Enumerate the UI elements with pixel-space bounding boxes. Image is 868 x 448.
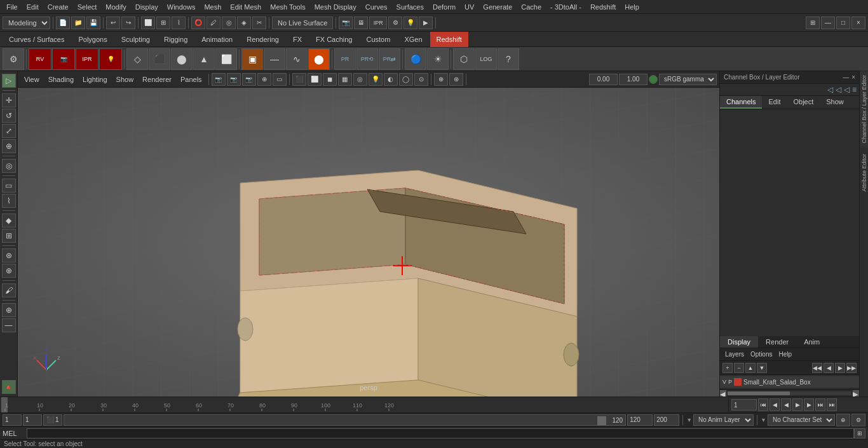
camera-btn[interactable]: 📷 bbox=[339, 17, 353, 29]
vp-menu-shading[interactable]: Shading bbox=[44, 74, 78, 85]
layer-prev-btn[interactable]: ◀◀ bbox=[812, 363, 822, 373]
multi-cut-btn[interactable]: ✂ bbox=[252, 17, 266, 29]
menu-uv[interactable]: UV bbox=[461, 2, 478, 12]
shelf-tab-rendering[interactable]: Rendering bbox=[240, 32, 285, 47]
last-tool-btn[interactable]: ⊕ bbox=[2, 139, 16, 153]
rs-shelf-plane[interactable]: ⬜ bbox=[215, 48, 237, 70]
ch-tab-show[interactable]: Show bbox=[820, 96, 850, 109]
shelf-settings-icon[interactable]: ⚙ bbox=[3, 48, 24, 70]
undo-btn[interactable]: ↩ bbox=[106, 17, 120, 29]
vtab-channel-box[interactable]: Channel Box / Layer Editor bbox=[860, 71, 868, 147]
menu-mesh-display[interactable]: Mesh Display bbox=[311, 2, 360, 12]
vp-menu-renderer[interactable]: Renderer bbox=[139, 74, 175, 85]
sym-select-btn[interactable]: ◈ bbox=[237, 17, 251, 29]
rp-icon1[interactable]: ◁ bbox=[827, 85, 833, 94]
vp-shadow-btn[interactable]: ◐ bbox=[384, 73, 398, 86]
render-view-btn[interactable]: 🖥 bbox=[354, 17, 368, 29]
rp-minimize-btn[interactable]: — bbox=[843, 74, 849, 81]
vp-ao-btn[interactable]: ◯ bbox=[399, 73, 413, 86]
ch-tab-channels[interactable]: Channels bbox=[720, 96, 762, 109]
select-tool-btn[interactable]: ▷ bbox=[2, 74, 16, 88]
menu-mesh-tools[interactable]: Mesh Tools bbox=[266, 2, 309, 12]
lasso-select-btn[interactable]: ⌇ bbox=[2, 194, 16, 208]
anim-layer-select[interactable]: No Anim Layer bbox=[693, 414, 754, 426]
rs-shelf-box2[interactable]: ▣ bbox=[241, 48, 263, 70]
rs-shelf-cam[interactable]: 📷 bbox=[52, 48, 75, 70]
rp-close-btn[interactable]: × bbox=[851, 74, 855, 81]
menu-3dtoall[interactable]: - 3DtoAll - bbox=[546, 2, 585, 12]
rs-shelf-help[interactable]: ? bbox=[498, 48, 519, 70]
ch-tab-object[interactable]: Object bbox=[787, 96, 820, 109]
light-editor-btn[interactable]: 💡 bbox=[403, 17, 417, 29]
dra-tab-render[interactable]: Render bbox=[758, 336, 796, 348]
play-back-btn[interactable]: ◀ bbox=[781, 398, 791, 411]
rs-shelf-sun[interactable]: ☀ bbox=[427, 48, 449, 70]
vp-xray-btn[interactable]: ⊙ bbox=[414, 73, 428, 86]
rs-shelf-diamond[interactable]: ◇ bbox=[126, 48, 148, 70]
menu-mesh[interactable]: Mesh bbox=[200, 2, 225, 12]
scale-tool-btn[interactable]: ⤢ bbox=[2, 124, 16, 138]
timeline-ruler[interactable]: 1 10 20 30 40 50 60 70 80 90 100 110 120 bbox=[0, 397, 728, 413]
rs-shelf-cube[interactable]: ⬛ bbox=[149, 48, 170, 70]
menu-deform[interactable]: Deform bbox=[429, 2, 459, 12]
vp-snap-btn[interactable]: ⊕ bbox=[257, 73, 271, 86]
play-fwd-btn[interactable]: ▶ bbox=[792, 398, 803, 411]
layer-v-flag[interactable]: V bbox=[722, 379, 726, 385]
layer-new-btn[interactable]: + bbox=[722, 363, 733, 373]
vp-shade-btn[interactable]: ◼ bbox=[323, 73, 337, 86]
vp-wire-btn[interactable]: ⬜ bbox=[308, 73, 322, 86]
vp-isolate-btn[interactable]: ⊕ bbox=[434, 73, 448, 86]
redo-btn[interactable]: ↪ bbox=[121, 17, 135, 29]
save-scene-btn[interactable]: 💾 bbox=[86, 17, 100, 29]
menu-windows[interactable]: Windows bbox=[163, 2, 200, 12]
shelf-tab-xgen[interactable]: XGen bbox=[398, 32, 428, 47]
shelf-tab-polygons[interactable]: Polygons bbox=[72, 32, 113, 47]
lasso-select-btn[interactable]: ⭕ bbox=[191, 17, 205, 29]
rect-select-btn[interactable]: ▭ bbox=[2, 179, 16, 193]
layer-up-btn[interactable]: ▲ bbox=[745, 363, 756, 373]
mode-select[interactable]: Modeling bbox=[3, 17, 50, 29]
render-settings-btn[interactable]: ⚙ bbox=[388, 17, 402, 29]
vp-colorspace-select[interactable]: sRGB gamma bbox=[659, 74, 717, 85]
vp-display-btn[interactable]: ⬛ bbox=[292, 73, 306, 86]
menu-display[interactable]: Display bbox=[132, 2, 162, 12]
universal-manip-btn[interactable]: ⊛ bbox=[2, 248, 16, 262]
menu-edit-mesh[interactable]: Edit Mesh bbox=[226, 2, 265, 12]
maximize-btn[interactable]: □ bbox=[836, 17, 850, 29]
ch-tab-edit[interactable]: Edit bbox=[762, 96, 787, 109]
rp-scroll-left[interactable]: ◀ bbox=[720, 390, 726, 397]
vp-menu-show[interactable]: Show bbox=[112, 74, 138, 85]
hide-manip-btn[interactable]: — bbox=[2, 318, 16, 332]
shelf-tab-curves-surfaces[interactable]: Curves / Surfaces bbox=[3, 32, 71, 47]
next-key-btn[interactable]: ⏭ bbox=[815, 398, 825, 411]
rp-icon4[interactable]: ≡ bbox=[852, 85, 857, 94]
timeline-range-bar[interactable]: 120 bbox=[64, 414, 627, 426]
menu-redshift[interactable]: Redshift bbox=[587, 2, 620, 12]
paint-effects-btn[interactable]: 🖌 bbox=[2, 283, 16, 297]
layer-p-flag[interactable]: P bbox=[728, 379, 732, 385]
menu-surfaces[interactable]: Surfaces bbox=[393, 2, 428, 12]
rs-shelf-dash[interactable]: — bbox=[264, 48, 285, 70]
anim-end-input[interactable] bbox=[627, 414, 653, 426]
rp-icon3[interactable]: ◁ bbox=[844, 85, 850, 94]
gimbal-btn[interactable]: ⊕ bbox=[2, 264, 16, 278]
menu-help[interactable]: Help bbox=[621, 2, 643, 12]
menu-curves[interactable]: Curves bbox=[362, 2, 391, 12]
current-frame-input[interactable] bbox=[731, 399, 757, 411]
vp-light-btn[interactable]: 💡 bbox=[369, 73, 383, 86]
prev-key-btn[interactable]: ⏮ bbox=[758, 398, 768, 411]
menu-create[interactable]: Create bbox=[44, 2, 72, 12]
vp-texture-btn[interactable]: ▦ bbox=[338, 73, 352, 86]
soft-select-btn[interactable]: ◎ bbox=[2, 159, 16, 173]
layer-dn-btn[interactable]: ▼ bbox=[757, 363, 767, 373]
menu-file[interactable]: File bbox=[3, 2, 22, 12]
range-handle[interactable] bbox=[597, 416, 606, 425]
vp-exposure-input[interactable] bbox=[619, 74, 648, 85]
paint-select-btn[interactable]: 🖊 bbox=[207, 17, 220, 29]
rs-shelf-proxy3[interactable]: PR⇄ bbox=[379, 48, 400, 70]
loop-btn[interactable]: ⏭ bbox=[827, 398, 837, 411]
rs-shelf-light[interactable]: 💡 bbox=[99, 48, 122, 70]
rs-shelf-ipr[interactable]: IPR bbox=[76, 48, 98, 70]
shelf-tab-sculpting[interactable]: Sculpting bbox=[115, 32, 156, 47]
rp-scroll-thumb[interactable] bbox=[728, 391, 790, 395]
